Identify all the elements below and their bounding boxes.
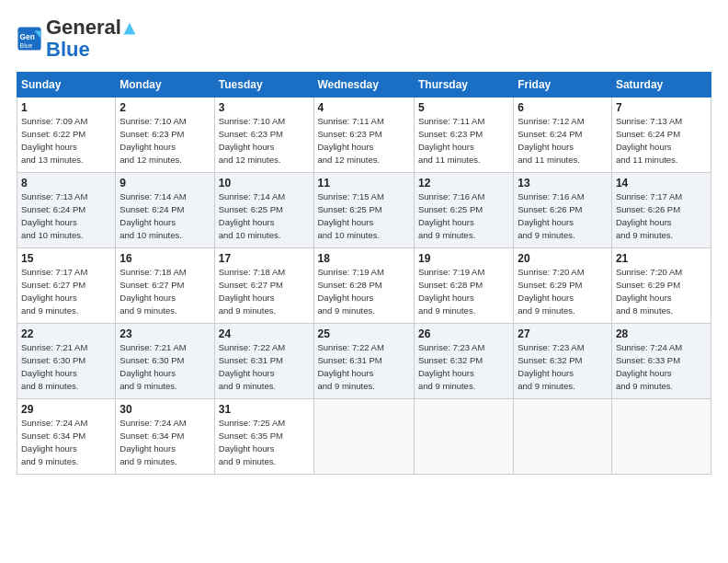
calendar-cell: 10 Sunrise: 7:14 AMSunset: 6:25 PMDaylig… — [214, 173, 313, 248]
day-info: Sunrise: 7:14 AMSunset: 6:24 PMDaylight … — [119, 191, 186, 239]
calendar-cell: 13 Sunrise: 7:16 AMSunset: 6:26 PMDaylig… — [514, 173, 612, 248]
calendar-cell: 18 Sunrise: 7:19 AMSunset: 6:28 PMDaylig… — [313, 248, 414, 324]
day-number: 17 — [219, 252, 310, 265]
calendar-cell: 8 Sunrise: 7:13 AMSunset: 6:24 PMDayligh… — [17, 173, 116, 248]
day-info: Sunrise: 7:10 AMSunset: 6:23 PMDaylight … — [119, 116, 186, 164]
calendar-cell — [313, 399, 414, 475]
day-info: Sunrise: 7:18 AMSunset: 6:27 PMDaylight … — [119, 267, 186, 315]
calendar-cell: 7 Sunrise: 7:13 AMSunset: 6:24 PMDayligh… — [611, 98, 711, 173]
day-number: 23 — [119, 327, 210, 340]
calendar-cell: 22 Sunrise: 7:21 AMSunset: 6:30 PMDaylig… — [17, 324, 116, 399]
day-info: Sunrise: 7:19 AMSunset: 6:28 PMDaylight … — [418, 267, 484, 315]
calendar-cell: 31 Sunrise: 7:25 AMSunset: 6:35 PMDaylig… — [214, 399, 313, 475]
day-number: 8 — [21, 177, 111, 190]
day-number: 5 — [418, 101, 509, 114]
day-number: 7 — [616, 101, 707, 114]
calendar-cell: 27 Sunrise: 7:23 AMSunset: 6:32 PMDaylig… — [514, 324, 612, 399]
calendar-row: 29 Sunrise: 7:24 AMSunset: 6:34 PMDaylig… — [17, 399, 711, 475]
day-number: 28 — [616, 327, 707, 340]
day-info: Sunrise: 7:22 AMSunset: 6:31 PMDaylight … — [318, 342, 384, 390]
day-number: 25 — [318, 327, 410, 340]
day-info: Sunrise: 7:24 AMSunset: 6:34 PMDaylight … — [119, 418, 186, 465]
svg-text:Gen: Gen — [20, 33, 35, 42]
day-number: 12 — [418, 177, 509, 190]
page: Gen Blue General Blue Sunday Monday Tues… — [0, 0, 728, 484]
day-info: Sunrise: 7:22 AMSunset: 6:31 PMDaylight … — [219, 342, 285, 390]
day-number: 15 — [21, 252, 111, 265]
day-info: Sunrise: 7:15 AMSunset: 6:25 PMDaylight … — [318, 191, 384, 239]
day-number: 13 — [518, 177, 608, 190]
day-number: 19 — [418, 252, 509, 265]
day-info: Sunrise: 7:24 AMSunset: 6:34 PMDaylight … — [21, 418, 87, 465]
day-info: Sunrise: 7:12 AMSunset: 6:24 PMDaylight … — [518, 116, 584, 164]
svg-text:Blue: Blue — [20, 42, 33, 49]
calendar-cell: 28 Sunrise: 7:24 AMSunset: 6:33 PMDaylig… — [611, 324, 711, 399]
day-info: Sunrise: 7:23 AMSunset: 6:32 PMDaylight … — [418, 342, 484, 390]
calendar-cell: 5 Sunrise: 7:11 AMSunset: 6:23 PMDayligh… — [414, 98, 513, 173]
day-number: 31 — [219, 403, 310, 416]
day-info: Sunrise: 7:11 AMSunset: 6:23 PMDaylight … — [418, 116, 484, 164]
day-info: Sunrise: 7:17 AMSunset: 6:26 PMDaylight … — [616, 191, 682, 239]
calendar-cell: 17 Sunrise: 7:18 AMSunset: 6:27 PMDaylig… — [214, 248, 313, 324]
calendar-cell: 23 Sunrise: 7:21 AMSunset: 6:30 PMDaylig… — [116, 324, 214, 399]
day-info: Sunrise: 7:25 AMSunset: 6:35 PMDaylight … — [219, 418, 285, 465]
col-wednesday: Wednesday — [313, 73, 414, 98]
logo-name: General — [46, 17, 138, 39]
day-info: Sunrise: 7:19 AMSunset: 6:28 PMDaylight … — [318, 267, 384, 315]
day-number: 3 — [219, 101, 310, 114]
day-info: Sunrise: 7:10 AMSunset: 6:23 PMDaylight … — [219, 116, 285, 164]
calendar-cell: 4 Sunrise: 7:11 AMSunset: 6:23 PMDayligh… — [313, 98, 414, 173]
calendar-cell: 19 Sunrise: 7:19 AMSunset: 6:28 PMDaylig… — [414, 248, 513, 324]
day-info: Sunrise: 7:21 AMSunset: 6:30 PMDaylight … — [119, 342, 186, 390]
calendar-cell: 12 Sunrise: 7:16 AMSunset: 6:25 PMDaylig… — [414, 173, 513, 248]
weekday-header-row: Sunday Monday Tuesday Wednesday Thursday… — [17, 73, 711, 98]
logo: Gen Blue General Blue — [17, 17, 138, 61]
day-number: 9 — [119, 177, 210, 190]
calendar-cell: 26 Sunrise: 7:23 AMSunset: 6:32 PMDaylig… — [414, 324, 513, 399]
calendar-cell: 9 Sunrise: 7:14 AMSunset: 6:24 PMDayligh… — [116, 173, 214, 248]
calendar-cell: 14 Sunrise: 7:17 AMSunset: 6:26 PMDaylig… — [611, 173, 711, 248]
calendar: Sunday Monday Tuesday Wednesday Thursday… — [17, 72, 711, 475]
calendar-cell: 11 Sunrise: 7:15 AMSunset: 6:25 PMDaylig… — [313, 173, 414, 248]
day-number: 11 — [318, 177, 410, 190]
calendar-cell: 20 Sunrise: 7:20 AMSunset: 6:29 PMDaylig… — [514, 248, 612, 324]
day-number: 29 — [21, 403, 111, 416]
day-number: 27 — [518, 327, 608, 340]
day-number: 22 — [21, 327, 111, 340]
logo-blue: Blue — [46, 39, 138, 61]
day-number: 10 — [219, 177, 310, 190]
day-number: 1 — [21, 101, 111, 114]
day-number: 14 — [616, 177, 707, 190]
calendar-row: 8 Sunrise: 7:13 AMSunset: 6:24 PMDayligh… — [17, 173, 711, 248]
calendar-row: 15 Sunrise: 7:17 AMSunset: 6:27 PMDaylig… — [17, 248, 711, 324]
calendar-cell — [611, 399, 711, 475]
col-thursday: Thursday — [414, 73, 513, 98]
calendar-cell: 15 Sunrise: 7:17 AMSunset: 6:27 PMDaylig… — [17, 248, 116, 324]
day-info: Sunrise: 7:09 AMSunset: 6:22 PMDaylight … — [21, 116, 87, 164]
day-info: Sunrise: 7:20 AMSunset: 6:29 PMDaylight … — [616, 267, 682, 315]
calendar-cell: 2 Sunrise: 7:10 AMSunset: 6:23 PMDayligh… — [116, 98, 214, 173]
calendar-cell: 6 Sunrise: 7:12 AMSunset: 6:24 PMDayligh… — [514, 98, 612, 173]
col-saturday: Saturday — [611, 73, 711, 98]
day-info: Sunrise: 7:16 AMSunset: 6:26 PMDaylight … — [518, 191, 584, 239]
day-info: Sunrise: 7:20 AMSunset: 6:29 PMDaylight … — [518, 267, 584, 315]
day-info: Sunrise: 7:11 AMSunset: 6:23 PMDaylight … — [318, 116, 384, 164]
svg-marker-4 — [124, 23, 136, 35]
calendar-cell: 3 Sunrise: 7:10 AMSunset: 6:23 PMDayligh… — [214, 98, 313, 173]
day-number: 6 — [518, 101, 608, 114]
day-info: Sunrise: 7:17 AMSunset: 6:27 PMDaylight … — [21, 267, 87, 315]
col-tuesday: Tuesday — [214, 73, 313, 98]
day-number: 21 — [616, 252, 707, 265]
day-info: Sunrise: 7:16 AMSunset: 6:25 PMDaylight … — [418, 191, 484, 239]
calendar-cell — [514, 399, 612, 475]
day-info: Sunrise: 7:24 AMSunset: 6:33 PMDaylight … — [616, 342, 682, 390]
calendar-cell: 21 Sunrise: 7:20 AMSunset: 6:29 PMDaylig… — [611, 248, 711, 324]
calendar-cell: 24 Sunrise: 7:22 AMSunset: 6:31 PMDaylig… — [214, 324, 313, 399]
day-number: 24 — [219, 327, 310, 340]
calendar-cell: 30 Sunrise: 7:24 AMSunset: 6:34 PMDaylig… — [116, 399, 214, 475]
day-number: 18 — [318, 252, 410, 265]
calendar-cell: 29 Sunrise: 7:24 AMSunset: 6:34 PMDaylig… — [17, 399, 116, 475]
day-number: 26 — [418, 327, 509, 340]
header: Gen Blue General Blue — [17, 17, 711, 61]
day-info: Sunrise: 7:21 AMSunset: 6:30 PMDaylight … — [21, 342, 87, 390]
